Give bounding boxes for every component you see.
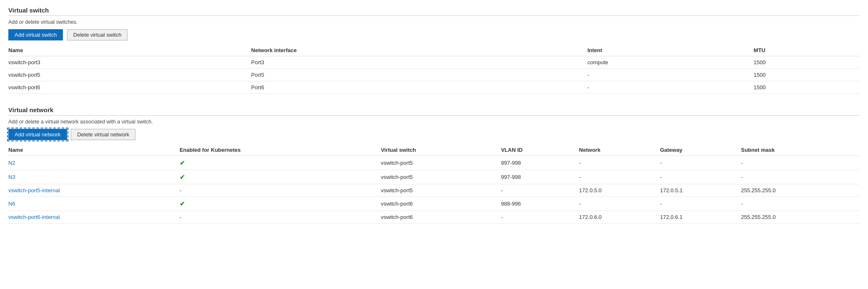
vn-vlan-cell: -: [501, 211, 579, 224]
virtual-network-table-header: Name Enabled for Kubernetes Virtual swit…: [8, 144, 860, 156]
virtual-switch-table-container: Name Network interface Intent MTU vswitc…: [8, 45, 860, 94]
vn-name-link[interactable]: N6: [8, 201, 15, 207]
col-name: Name: [8, 45, 251, 56]
vn-name-cell: N6: [8, 197, 180, 211]
col-subnet-mask: Subnet mask: [741, 144, 860, 156]
vn-gateway-cell: -: [660, 197, 741, 211]
vn-k8s-cell: ✔: [180, 156, 381, 170]
vs-name-cell: vswitch-port3: [8, 56, 251, 69]
check-icon: ✔: [180, 200, 185, 207]
vn-vswitch-cell: vswitch-port6: [381, 197, 501, 211]
table-row: vswitch-port3 Port3 compute 1500: [8, 56, 860, 69]
vn-gateway-cell: 172.0.5.1: [660, 184, 741, 197]
virtual-switch-table-header: Name Network interface Intent MTU: [8, 45, 860, 56]
vn-vswitch-cell: vswitch-port6: [381, 211, 501, 224]
col-intent: Intent: [588, 45, 754, 56]
check-icon: ✔: [180, 173, 185, 181]
vn-subnet-cell: 255.255.255.0: [741, 184, 860, 197]
virtual-network-button-row: Add virtual network Delete virtual netwo…: [8, 129, 860, 140]
col-vn-name: Name: [8, 144, 180, 156]
col-vlan-id: VLAN ID: [501, 144, 579, 156]
vn-name-cell: vswitch-port6-internal: [8, 211, 180, 224]
table-row: vswitch-port6 Port6 - 1500: [8, 81, 860, 94]
check-icon: ✔: [180, 159, 185, 166]
vs-intent-cell: -: [588, 69, 754, 81]
vn-vlan-cell: -: [501, 184, 579, 197]
vn-name-link[interactable]: N3: [8, 174, 15, 180]
col-virtual-switch: Virtual switch: [381, 144, 501, 156]
vn-name-cell: vswitch-port5-internal: [8, 184, 180, 197]
vn-vlan-cell: 997-998: [501, 170, 579, 184]
delete-virtual-switch-button[interactable]: Delete virtual switch: [67, 29, 128, 40]
k8s-disabled-text: -: [180, 214, 181, 220]
vn-subnet-cell: -: [741, 197, 860, 211]
vs-network-interface-cell: Port5: [251, 69, 588, 81]
vn-subnet-cell: -: [741, 170, 860, 184]
virtual-switch-table: Name Network interface Intent MTU vswitc…: [8, 45, 860, 94]
k8s-disabled-text: -: [180, 187, 181, 194]
add-virtual-switch-button[interactable]: Add virtual switch: [8, 29, 63, 40]
add-virtual-network-button[interactable]: Add virtual network: [8, 129, 67, 140]
col-enabled-k8s: Enabled for Kubernetes: [180, 144, 381, 156]
vn-network-cell: -: [579, 156, 660, 170]
virtual-network-description: Add or delete a virtual network associat…: [8, 119, 860, 125]
vn-name-cell: N3: [8, 170, 180, 184]
virtual-switch-title: Virtual switch: [8, 7, 860, 14]
vn-vswitch-cell: vswitch-port5: [381, 156, 501, 170]
vn-k8s-cell: -: [180, 211, 381, 224]
vn-network-cell: -: [579, 170, 660, 184]
virtual-network-table: Name Enabled for Kubernetes Virtual swit…: [8, 144, 860, 224]
table-row: vswitch-port5-internal - vswitch-port5 -…: [8, 184, 860, 197]
vs-network-interface-cell: Port3: [251, 56, 588, 69]
vn-vlan-cell: 997-998: [501, 156, 579, 170]
col-network-interface: Network interface: [251, 45, 588, 56]
table-row: N2 ✔ vswitch-port5 997-998 - - -: [8, 156, 860, 170]
vs-intent-cell: compute: [588, 56, 754, 69]
vn-gateway-cell: -: [660, 170, 741, 184]
vn-name-link[interactable]: vswitch-port6-internal: [8, 214, 60, 220]
col-network: Network: [579, 144, 660, 156]
virtual-switch-description: Add or delete virtual switches.: [8, 19, 860, 25]
col-gateway: Gateway: [660, 144, 741, 156]
virtual-network-table-container: Name Enabled for Kubernetes Virtual swit…: [8, 144, 860, 224]
virtual-switch-section: Virtual switch Add or delete virtual swi…: [8, 7, 860, 94]
vn-network-cell: 172.0.5.0: [579, 184, 660, 197]
vn-vswitch-cell: vswitch-port5: [381, 170, 501, 184]
virtual-switch-button-row: Add virtual switch Delete virtual switch: [8, 29, 860, 40]
vn-k8s-cell: ✔: [180, 197, 381, 211]
vn-k8s-cell: -: [180, 184, 381, 197]
vs-name-cell: vswitch-port6: [8, 81, 251, 94]
virtual-network-section: Virtual network Add or delete a virtual …: [8, 106, 860, 224]
virtual-network-title: Virtual network: [8, 106, 860, 113]
vs-network-interface-cell: Port6: [251, 81, 588, 94]
vn-name-link[interactable]: N2: [8, 160, 15, 166]
vn-network-cell: -: [579, 197, 660, 211]
vn-subnet-cell: -: [741, 156, 860, 170]
virtual-network-divider: [8, 115, 860, 116]
vn-gateway-cell: -: [660, 156, 741, 170]
vn-name-link[interactable]: vswitch-port5-internal: [8, 187, 60, 194]
virtual-switch-divider: [8, 15, 860, 16]
vn-k8s-cell: ✔: [180, 170, 381, 184]
col-mtu: MTU: [754, 45, 860, 56]
table-row: N6 ✔ vswitch-port6 988-996 - - -: [8, 197, 860, 211]
vn-vlan-cell: 988-996: [501, 197, 579, 211]
table-row: N3 ✔ vswitch-port5 997-998 - - -: [8, 170, 860, 184]
vn-name-cell: N2: [8, 156, 180, 170]
table-row: vswitch-port5 Port5 - 1500: [8, 69, 860, 81]
delete-virtual-network-button[interactable]: Delete virtual network: [71, 129, 135, 140]
vs-intent-cell: -: [588, 81, 754, 94]
vs-mtu-cell: 1500: [754, 56, 860, 69]
table-row: vswitch-port6-internal - vswitch-port6 -…: [8, 211, 860, 224]
vs-name-cell: vswitch-port5: [8, 69, 251, 81]
vn-subnet-cell: 255.255.255.0: [741, 211, 860, 224]
vn-gateway-cell: 172.0.6.1: [660, 211, 741, 224]
vs-mtu-cell: 1500: [754, 81, 860, 94]
vn-network-cell: 172.0.6.0: [579, 211, 660, 224]
vs-mtu-cell: 1500: [754, 69, 860, 81]
vn-vswitch-cell: vswitch-port5: [381, 184, 501, 197]
